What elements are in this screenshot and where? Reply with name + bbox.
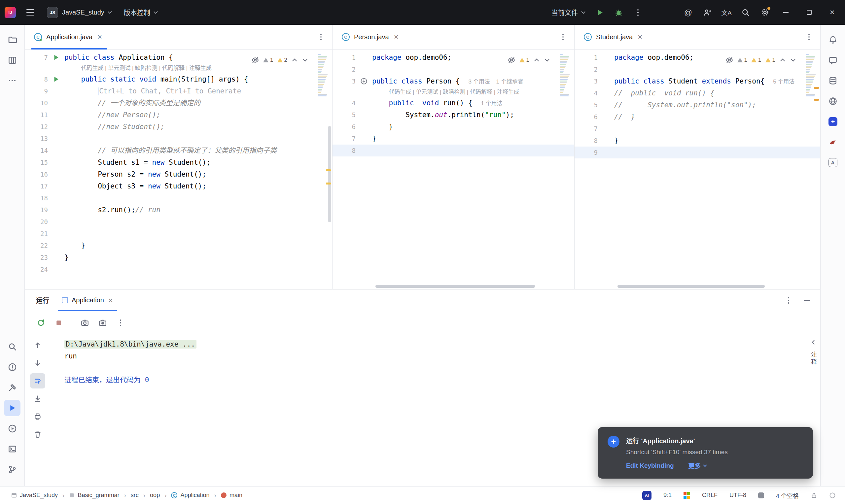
code-line[interactable]: 13 <box>25 133 332 145</box>
highlight-off-icon[interactable] <box>251 56 259 64</box>
breadcrumb-item[interactable]: main <box>219 491 244 500</box>
translate-icon[interactable]: 文A <box>718 4 735 21</box>
notifications-bell-icon[interactable] <box>825 31 841 48</box>
scroll-to-end-icon[interactable] <box>30 391 45 406</box>
code-line[interactable]: 6 } <box>333 121 574 133</box>
prev-problem-icon[interactable] <box>779 57 786 64</box>
vertical-scrollbar[interactable] <box>328 126 331 222</box>
horizontal-scrollbar[interactable] <box>617 285 765 288</box>
screenshot-icon[interactable] <box>77 315 92 330</box>
more-actions-kebab-icon[interactable] <box>629 4 647 21</box>
run-gutter-icon[interactable] <box>48 54 65 61</box>
run-tool-window-icon[interactable] <box>4 400 20 416</box>
code-line[interactable]: 12 //new Student(); <box>25 121 332 133</box>
code-line[interactable]: 5// System.out.println("son"); <box>575 99 820 111</box>
lingma-badge-icon[interactable] <box>825 113 841 130</box>
run-tab-close-icon[interactable]: × <box>108 296 113 304</box>
prev-problem-icon[interactable] <box>291 57 298 64</box>
find-tool-icon[interactable] <box>4 338 20 355</box>
rerun-icon[interactable] <box>33 315 49 330</box>
line-separator-selector[interactable]: CRLF <box>701 491 719 500</box>
console-line[interactable]: 进程已结束，退出代码为 0 <box>65 374 820 386</box>
editor-body[interactable]: 1package oop.demo06;23public class Perso… <box>333 50 574 289</box>
inspection-badge[interactable]: 1 <box>737 57 747 64</box>
console-line[interactable]: D:\Java\jdk1.8\bin\java.exe ... <box>65 338 820 350</box>
events-icon[interactable] <box>828 491 837 500</box>
run-tab-application[interactable]: Application × <box>58 289 117 311</box>
ai-chat-icon[interactable] <box>825 52 841 68</box>
vcs-widget[interactable]: 版本控制 <box>119 5 162 20</box>
stripe-mark[interactable] <box>814 99 819 101</box>
inspection-badge[interactable]: 1 <box>765 57 775 64</box>
code-line[interactable]: 4// public void run() { <box>575 87 820 99</box>
minimap[interactable] <box>805 53 818 98</box>
up-stacktrace-icon[interactable] <box>30 338 45 353</box>
editor-options-kebab-icon[interactable] <box>803 30 816 43</box>
code-line[interactable]: 19 s2.run();// run <box>25 204 332 216</box>
ai-lens-actions[interactable]: 代码生成 | 单元测试 | 缺陷检测 | 代码解释 | 注释生成 <box>372 87 520 97</box>
inspections-widget[interactable]: 1 <box>506 55 552 65</box>
breadcrumb-item[interactable]: JavaSE_study <box>10 491 59 500</box>
problems-icon[interactable] <box>4 359 20 375</box>
soft-wrap-icon[interactable] <box>30 373 45 389</box>
prev-problem-icon[interactable] <box>533 57 540 64</box>
inspection-badge[interactable]: 1 <box>520 57 529 64</box>
database-icon[interactable] <box>825 72 841 89</box>
run-button[interactable] <box>591 4 609 21</box>
structure-board-icon[interactable] <box>4 52 20 68</box>
console-line[interactable] <box>65 362 820 374</box>
tab-person-java[interactable]: C Person.java × <box>339 25 404 49</box>
hide-panel-icon[interactable] <box>800 294 814 307</box>
code-line[interactable]: 8 public static void main(String[] args)… <box>25 73 332 85</box>
code-line[interactable]: 24 <box>25 264 332 275</box>
code-line[interactable]: 9 <box>575 146 820 158</box>
print-icon[interactable] <box>30 409 45 424</box>
lock-icon[interactable] <box>809 491 818 500</box>
translate-plugin-icon[interactable]: A <box>825 154 841 170</box>
code-with-me-icon[interactable] <box>698 4 716 21</box>
console-line[interactable]: run <box>65 350 820 362</box>
inspections-widget[interactable]: 111 <box>723 55 798 65</box>
project-folder-icon[interactable] <box>4 31 20 48</box>
stripe-mark[interactable] <box>326 169 331 171</box>
minimap[interactable] <box>317 53 331 98</box>
editor-body[interactable]: 7public class Application {代码生成 | 单元测试 |… <box>25 50 332 289</box>
code-line[interactable]: 7} <box>333 133 574 145</box>
editor-options-kebab-icon[interactable] <box>314 30 328 43</box>
highlight-off-icon[interactable] <box>725 56 734 64</box>
editor-options-kebab-icon[interactable] <box>557 30 569 43</box>
search-everywhere-icon[interactable] <box>737 4 755 21</box>
maximize-window-icon[interactable] <box>798 4 820 21</box>
code-line[interactable]: 14 // 可以指向的引用类型就不确定了：父类的引用指向子类 <box>25 145 332 157</box>
breadcrumb-item[interactable]: src <box>129 491 140 500</box>
code-line[interactable]: 3public class Student extends Person{5 个… <box>575 75 820 87</box>
notification-popup[interactable]: 运行 'Application.java' Shortcut 'Shift+F1… <box>598 427 813 479</box>
settings-gear-icon[interactable] <box>756 4 774 21</box>
inspection-badge[interactable]: 1 <box>751 57 761 64</box>
code-line[interactable]: 10 // 一个对象的实际类型是确定的 <box>25 97 332 109</box>
toolbar-kebab-icon[interactable] <box>113 315 128 330</box>
code-line[interactable]: 20 <box>25 216 332 228</box>
override-gutter-icon[interactable] <box>356 77 372 85</box>
main-menu-icon[interactable] <box>22 4 39 21</box>
tab-close-icon[interactable]: × <box>98 33 102 41</box>
more-tool-windows-icon[interactable] <box>4 72 20 89</box>
code-line[interactable]: 5 System.out.println("run"); <box>333 109 574 121</box>
screen-record-icon[interactable] <box>95 315 110 330</box>
plugin-globe-icon[interactable] <box>825 93 841 109</box>
minimap[interactable] <box>559 53 573 98</box>
close-window-icon[interactable]: × <box>821 4 843 21</box>
terminal-icon[interactable] <box>4 440 20 457</box>
code-line[interactable]: 3public class Person {3 个用法 1 个继承者 <box>333 75 574 87</box>
caret-position[interactable]: 9:1 <box>662 491 673 500</box>
minimize-window-icon[interactable] <box>775 4 797 21</box>
collapse-left-icon[interactable] <box>810 339 816 346</box>
edit-keybinding-link[interactable]: Edit Keybinding <box>626 462 674 469</box>
services-icon[interactable] <box>4 420 20 437</box>
inspection-badge[interactable]: 2 <box>277 57 287 64</box>
code-line[interactable]: 21 <box>25 228 332 240</box>
next-problem-icon[interactable] <box>790 57 796 64</box>
usage-hint[interactable]: 1 个用法 <box>481 100 502 107</box>
next-problem-icon[interactable] <box>544 57 550 64</box>
usage-hint[interactable]: 3 个用法 1 个继承者 <box>469 78 523 85</box>
